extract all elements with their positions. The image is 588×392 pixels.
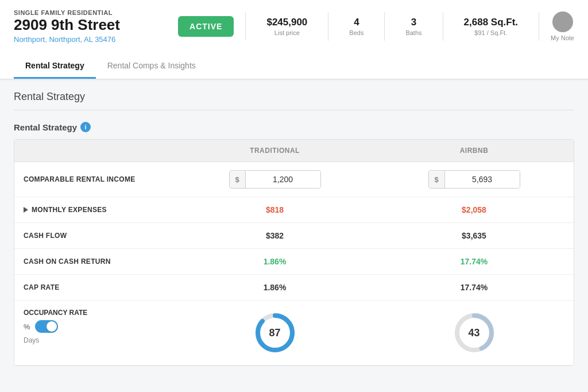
table-row: CAP RATE 1.86% 17.74% [14,275,574,301]
traditional-occupancy-value: 87 [269,327,280,339]
row-label-comparable: COMPARABLE RENTAL INCOME [14,167,175,191]
pct-label: % [24,322,30,331]
cashflow-airbnb-value: $3,635 [374,223,574,248]
table-row: CASH ON CASH RETURN 1.86% 17.74% [14,249,574,275]
property-type: Single Family Residential [14,9,167,16]
caprate-airbnb-value: 17.74% [374,275,574,300]
traditional-input-group: $ [229,170,321,189]
table-header: TRADITIONAL AIRBNB [14,140,574,162]
divider-3 [384,12,385,41]
table-row: CASH FLOW $382 $3,635 [14,223,574,249]
expand-icon [24,207,28,213]
sqft-stat: 2,688 Sq.Ft. $91 / Sq.Ft. [455,17,527,36]
caprate-traditional-value: 1.86% [175,275,374,300]
row-label-caprate: CAP RATE [14,275,175,299]
tab-rental-comps[interactable]: Rental Comps & Insights [96,54,207,79]
list-price-value: $245,900 [266,17,307,28]
baths-label: Baths [405,29,421,36]
airbnb-input-group: $ [428,170,520,189]
traditional-donut: 87 [252,310,298,356]
sqft-per: $91 / Sq.Ft. [474,29,507,36]
divider-5 [539,12,539,41]
traditional-income-input[interactable] [246,171,320,188]
comparable-airbnb-input-wrapper: $ [374,162,574,197]
beds-value: 4 [354,17,359,28]
occupancy-toggle[interactable] [35,320,58,333]
beds-label: Beds [349,29,363,36]
traditional-donut-chart: 87 [175,301,374,365]
header-airbnb: AIRBNB [374,140,574,162]
table-row: MONTHLY EXPENSES $818 $2,058 [14,197,574,223]
occupancy-label-col: OCCUPANCY RATE % Days [14,301,175,365]
header-label-empty [14,140,175,162]
divider-2 [328,12,328,41]
page-header: Single Family Residential 2909 9th Stree… [0,0,588,79]
divider-4 [443,12,443,41]
divider-1 [245,12,246,41]
occupancy-label: OCCUPANCY RATE [24,309,166,317]
airbnb-occupancy-value: 43 [468,327,479,339]
dollar-sign-traditional: $ [230,171,246,188]
cocr-traditional-value: 1.86% [175,249,374,274]
baths-stat: 3 Baths [396,17,431,36]
my-note-button[interactable]: My Note [551,11,574,41]
occupancy-row: OCCUPANCY RATE % Days 87 [14,301,574,366]
airbnb-income-input[interactable] [445,171,520,188]
avatar [552,11,573,32]
main-content: Rental Strategy Rental Strategy i TRADIT… [0,79,588,378]
airbnb-donut-chart: 43 [374,301,574,365]
list-price-stat: $245,900 List price [257,17,316,36]
expenses-traditional-value: $818 [175,197,374,222]
header-top: Single Family Residential 2909 9th Stree… [14,9,574,52]
tab-rental-strategy[interactable]: Rental Strategy [14,54,96,79]
my-note-label: My Note [551,34,574,41]
beds-stat: 4 Beds [340,17,373,36]
baths-value: 3 [411,17,416,28]
row-label-cashflow: CASH FLOW [14,224,175,248]
property-location: Northport, Northport, AL 35476 [14,35,167,44]
strategy-table: TRADITIONAL AIRBNB COMPARABLE RENTAL INC… [14,139,574,366]
table-row: COMPARABLE RENTAL INCOME $ $ [14,162,574,197]
header-traditional: TRADITIONAL [175,140,374,162]
dollar-sign-airbnb: $ [429,171,445,188]
cashflow-traditional-value: $382 [175,223,374,248]
list-price-label: List price [274,29,300,36]
section-title: Rental Strategy [14,91,574,110]
days-label: Days [24,336,166,344]
info-icon[interactable]: i [80,122,91,132]
cocr-airbnb-value: 17.74% [374,249,574,274]
row-label-cocr: CASH ON CASH RETURN [14,249,175,274]
property-address: 2909 9th Street [14,16,167,34]
subsection-title: Rental Strategy i [14,122,574,132]
property-info: Single Family Residential 2909 9th Stree… [14,9,167,44]
sqft-value: 2,688 Sq.Ft. [464,17,518,28]
status-badge: ACTIVE [178,16,234,37]
airbnb-donut: 43 [451,310,497,356]
comparable-traditional-input-wrapper: $ [175,162,374,197]
row-label-expenses[interactable]: MONTHLY EXPENSES [14,198,175,222]
expenses-airbnb-value: $2,058 [374,197,574,222]
tabs-bar: Rental Strategy Rental Comps & Insights [14,54,574,79]
